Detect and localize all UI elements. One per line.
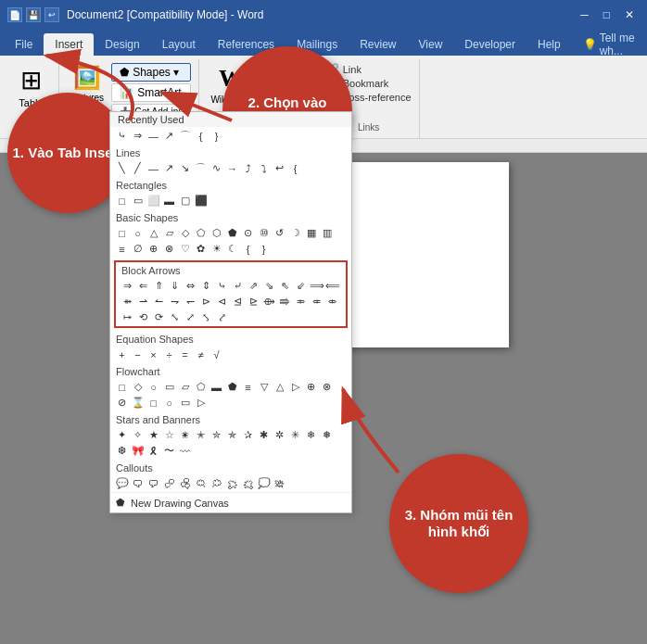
block-arrow-17[interactable]: ↼ [151, 294, 167, 309]
shape-banner-2[interactable]: 🎗 [146, 443, 161, 459]
shape-basic-11[interactable]: ↺ [272, 225, 287, 241]
shape-basic-13[interactable]: ▦ [303, 225, 319, 241]
block-arrow-35[interactable]: ⤤ [214, 309, 230, 325]
shape-flow-10[interactable]: ▽ [256, 379, 272, 395]
shape-eq-6[interactable]: ≠ [193, 347, 209, 362]
tab-review[interactable]: Review [349, 33, 407, 56]
block-arrow-27[interactable]: ⤂ [309, 294, 324, 309]
shape-basic-17[interactable]: ⊕ [146, 241, 161, 257]
shape-basic-19[interactable]: ♡ [177, 241, 193, 257]
shape-basic-3[interactable]: △ [146, 225, 161, 241]
shape-callout-6[interactable]: 🗬 [193, 475, 209, 491]
block-arrow-3[interactable]: ⇑ [151, 278, 167, 294]
shape-basic-22[interactable]: ☾ [224, 241, 240, 257]
shape-banner-3[interactable]: 〜 [161, 443, 177, 459]
shape-basic-16[interactable]: ∅ [130, 241, 146, 257]
shape-flow-20[interactable]: ▷ [193, 395, 209, 410]
shape-star-14[interactable]: ❅ [319, 427, 335, 443]
shape-basic-1[interactable]: □ [114, 225, 130, 241]
shape-flow-11[interactable]: △ [272, 379, 287, 395]
block-arrow-14[interactable]: ⟸ [324, 278, 340, 294]
shape-callout-11[interactable]: 🗱 [272, 475, 287, 491]
shape-line-3[interactable]: — [146, 160, 161, 176]
tab-insert[interactable]: Insert [44, 33, 94, 56]
shape-flow-15[interactable]: ⊘ [114, 395, 130, 410]
shape-basic-8[interactable]: ⬟ [224, 225, 240, 241]
shape-flow-19[interactable]: ▭ [177, 395, 193, 410]
shape-basic-15[interactable]: ≡ [114, 241, 130, 257]
tab-layout[interactable]: Layout [151, 33, 207, 56]
block-arrow-28[interactable]: ⤄ [324, 294, 340, 309]
block-arrow-19[interactable]: ↽ [183, 294, 198, 309]
shape-basic-7[interactable]: ⬡ [209, 225, 224, 241]
block-arrow-12[interactable]: ⇙ [293, 278, 309, 294]
shape-banner-4[interactable]: 〰 [177, 443, 193, 459]
shape-basic-12[interactable]: ☽ [287, 225, 303, 241]
block-arrow-8[interactable]: ⤶ [230, 278, 246, 294]
shape-eq-3[interactable]: × [146, 347, 161, 362]
block-arrow-34[interactable]: ⤣ [198, 309, 214, 325]
shape-flow-18[interactable]: ○ [161, 395, 177, 410]
shape-star-5[interactable]: ✬ [177, 427, 193, 443]
tab-view[interactable]: View [408, 33, 454, 56]
shape-callout-10[interactable]: 💭 [256, 475, 272, 491]
block-arrow-4[interactable]: ⇓ [167, 278, 183, 294]
shape-callout-9[interactable]: 🗯 [240, 475, 256, 491]
shape-rect-2[interactable]: ▭ [130, 193, 146, 208]
block-arrow-18[interactable]: ⇁ [167, 294, 183, 309]
shape-basic-2[interactable]: ○ [130, 225, 146, 241]
shape-star-7[interactable]: ✮ [209, 427, 224, 443]
shape-line-1[interactable]: ╲ [114, 160, 130, 176]
shape-line-2[interactable]: ╱ [130, 160, 146, 176]
block-arrow-32[interactable]: ⤡ [167, 309, 183, 325]
shape-star-13[interactable]: ❄ [303, 427, 319, 443]
block-arrow-30[interactable]: ⟲ [135, 309, 151, 325]
shape-line-8[interactable]: → [224, 160, 240, 176]
tab-developer[interactable]: Developer [453, 33, 526, 56]
shape-callout-8[interactable]: 🗮 [224, 475, 240, 491]
shape-line-9[interactable]: ⤴ [240, 160, 256, 176]
shape-flow-7[interactable]: ▬ [209, 379, 224, 395]
tab-help[interactable]: Help [526, 33, 572, 56]
shape-flow-9[interactable]: ≡ [240, 379, 256, 395]
shape-callout-7[interactable]: 🗭 [209, 475, 224, 491]
block-arrow-31[interactable]: ⟳ [151, 309, 167, 325]
shape-recent-3[interactable]: — [146, 128, 161, 144]
block-arrow-26[interactable]: ⤃ [293, 294, 309, 309]
shape-flow-8[interactable]: ⬟ [224, 379, 240, 395]
shape-flow-13[interactable]: ⊕ [303, 379, 319, 395]
shape-rect-1[interactable]: □ [114, 193, 130, 208]
shape-star-9[interactable]: ✰ [240, 427, 256, 443]
shape-star-8[interactable]: ✯ [224, 427, 240, 443]
shape-recent-5[interactable]: ⌒ [177, 128, 193, 144]
shape-star-3[interactable]: ★ [146, 427, 161, 443]
shape-eq-1[interactable]: + [114, 347, 130, 362]
shape-callout-1[interactable]: 💬 [114, 475, 130, 491]
block-arrow-21[interactable]: ⊲ [214, 294, 230, 309]
block-arrow-29[interactable]: ⤅ [120, 309, 135, 325]
block-arrow-9[interactable]: ⇗ [246, 278, 261, 294]
shape-flow-2[interactable]: ◇ [130, 379, 146, 395]
shape-basic-5[interactable]: ◇ [177, 225, 193, 241]
block-arrow-24[interactable]: ⟴ [261, 294, 277, 309]
shape-rect-4[interactable]: ▬ [161, 193, 177, 208]
shape-basic-4[interactable]: ▱ [161, 225, 177, 241]
shape-flow-6[interactable]: ⬠ [193, 379, 209, 395]
block-arrow-33[interactable]: ⤢ [183, 309, 198, 325]
block-arrow-13[interactable]: ⟹ [309, 278, 324, 294]
block-arrow-2[interactable]: ⇐ [135, 278, 151, 294]
shape-star-6[interactable]: ✭ [193, 427, 209, 443]
shape-basic-9[interactable]: ⊙ [240, 225, 256, 241]
shape-callout-2[interactable]: 🗨 [130, 475, 146, 491]
block-arrow-15[interactable]: ⤁ [120, 294, 135, 309]
maximize-icon[interactable]: □ [598, 6, 615, 23]
shape-line-12[interactable]: { [287, 160, 303, 176]
shape-basic-24[interactable]: } [256, 241, 272, 257]
shape-basic-21[interactable]: ☀ [209, 241, 224, 257]
close-icon[interactable]: ✕ [619, 6, 640, 23]
shape-basic-10[interactable]: ⑩ [256, 225, 272, 241]
shape-rect-6[interactable]: ⬛ [193, 193, 209, 208]
shape-flow-12[interactable]: ▷ [287, 379, 303, 395]
block-arrow-20[interactable]: ⊳ [198, 294, 214, 309]
minimize-icon[interactable]: ─ [575, 6, 594, 23]
